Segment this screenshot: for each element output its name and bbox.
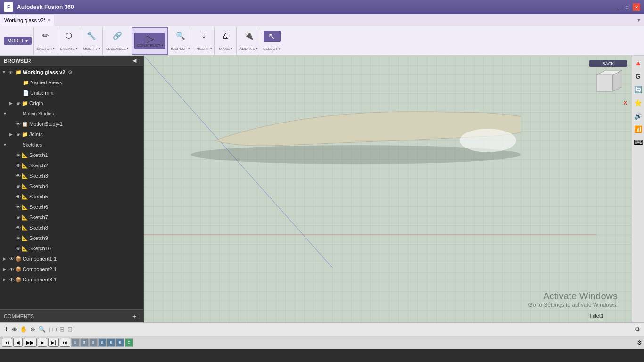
units-label: Units: mm xyxy=(30,90,54,96)
timeline-fast-forward[interactable]: ▶▶ xyxy=(24,338,37,347)
display-mode-icon[interactable]: □ xyxy=(53,326,57,333)
make-button[interactable]: 🖨 xyxy=(217,31,234,41)
eye-motion-study[interactable]: 👁 xyxy=(16,122,21,127)
create-section: ⬡ CREATE ▾ xyxy=(58,27,80,55)
settings-icon-status[interactable]: ⚙ xyxy=(635,326,640,333)
component1-item[interactable]: ▶ 👁 📦 Component1:1 xyxy=(0,254,143,264)
sketch6-item[interactable]: 👁 📐 Sketch6 xyxy=(0,202,143,212)
app-icon: F xyxy=(4,2,13,12)
zoom-icon[interactable]: 🔍 xyxy=(38,326,46,333)
pan-icon[interactable]: ✋ xyxy=(20,326,27,333)
timeline-play[interactable]: ▶ xyxy=(38,338,47,347)
right-panel-icon-6[interactable]: 📶 xyxy=(633,124,643,134)
view-cube[interactable]: BACK X xyxy=(589,60,627,93)
modify-section: 🔧 MODIFY ▾ xyxy=(81,27,103,55)
sep1: | xyxy=(49,327,50,332)
timeline-settings[interactable]: ⚙ xyxy=(637,339,642,346)
toolbar: MODEL ▾ ✏ SKETCH ▾ ⬡ CREATE ▾ � xyxy=(0,26,644,56)
viewport[interactable]: BACK X Activate Windows Go to Settings t… xyxy=(144,56,632,322)
inspect-button[interactable]: 🔍 xyxy=(172,31,189,41)
tab-expand-button[interactable]: ▼ xyxy=(634,16,644,24)
insert-button[interactable]: ⤵ xyxy=(195,31,212,41)
close-tab-icon[interactable]: × xyxy=(48,18,50,23)
browser-header: BROWSER ◀ | xyxy=(0,56,143,66)
maximize-button[interactable]: □ xyxy=(623,3,631,11)
minimize-button[interactable]: – xyxy=(614,3,621,11)
timeline-track: S S S E E E C xyxy=(71,338,636,347)
motion-study-1-item[interactable]: 👁 📋 MotionStudy-1 xyxy=(0,119,143,129)
joints-item[interactable]: ▶ 👁 📁 Joints xyxy=(0,129,143,140)
grid2-icon[interactable]: ⊡ xyxy=(67,326,73,333)
tree-root[interactable]: ▼ 👁 📁 Working glass v2 ⚙ xyxy=(0,67,143,77)
eye-icon[interactable]: 👁 xyxy=(8,70,14,75)
units-item[interactable]: 📄 Units: mm xyxy=(0,88,143,98)
timeline-skip-start[interactable]: ⏮ xyxy=(2,338,12,347)
sketch8-item[interactable]: 👁 📐 Sketch8 xyxy=(0,222,143,233)
construct-button[interactable]: ▷ CONSTRUCT ▾ xyxy=(134,33,165,49)
sketches-header[interactable]: ▼ Sketches xyxy=(0,140,143,150)
modify-label: MODIFY ▾ xyxy=(83,47,100,51)
sketch7-item[interactable]: 👁 📐 Sketch7 xyxy=(0,212,143,222)
move-icon[interactable]: ✛ xyxy=(4,326,9,333)
timeline-step-back[interactable]: ◀ xyxy=(13,338,23,347)
sketch2-item[interactable]: 👁 📐 Sketch2 xyxy=(0,160,143,171)
back-label: BACK xyxy=(589,60,627,67)
units-icon: 📄 xyxy=(23,90,29,96)
sketch1-item[interactable]: 👁 📐 Sketch1 xyxy=(0,150,143,160)
comments-add-icon[interactable]: + xyxy=(132,313,136,320)
right-panel-icon-5[interactable]: 🔊 xyxy=(633,111,643,121)
settings-icon[interactable]: ⚙ xyxy=(68,69,73,75)
motion-study-icon: 📋 xyxy=(22,121,28,127)
orbit-icon[interactable]: ⊕ xyxy=(12,326,17,333)
origin-item[interactable]: ▶ 👁 📁 Origin xyxy=(0,98,143,108)
joints-icon: 📁 xyxy=(22,132,28,138)
sketch5-item[interactable]: 👁 📐 Sketch5 xyxy=(0,191,143,202)
x-axis-label: X xyxy=(624,100,627,106)
svg-point-5 xyxy=(460,129,516,152)
browser-collapse-icon[interactable]: ◀ xyxy=(132,58,136,64)
comments-bar: COMMENTS + | xyxy=(0,309,143,322)
right-panel-icon-1[interactable]: 🔺 xyxy=(633,58,643,68)
close-button[interactable]: ✕ xyxy=(633,3,640,11)
timeline-skip-end[interactable]: ⏭ xyxy=(60,338,70,347)
right-panel-icon-4[interactable]: ⭐ xyxy=(633,98,643,107)
addins-button[interactable]: 🔌 xyxy=(240,31,257,41)
insert-label: INSERT ▾ xyxy=(195,47,212,51)
sketch9-item[interactable]: 👁 📐 Sketch9 xyxy=(0,233,143,243)
eye-joints[interactable]: 👁 xyxy=(16,132,21,137)
component3-item[interactable]: ▶ 👁 📦 Component3:1 xyxy=(0,274,143,285)
eye-origin[interactable]: 👁 xyxy=(16,101,21,106)
motion-studies-header[interactable]: ▼ Motion Studies xyxy=(0,108,143,119)
window-controls: – □ ✕ xyxy=(614,3,640,11)
named-views-item[interactable]: 📁 Named Views xyxy=(0,77,143,88)
sketch3-item[interactable]: 👁 📐 Sketch3 xyxy=(0,171,143,181)
component2-item[interactable]: ▶ 👁 📦 Component2:1 xyxy=(0,264,143,274)
sidebar: BROWSER ◀ | ▼ 👁 📁 Working glass v2 ⚙ 📁 N… xyxy=(0,56,144,322)
grid-icon[interactable]: ⊞ xyxy=(59,326,65,333)
addins-section: 🔌 ADD-INS ▾ xyxy=(238,27,260,55)
origin-label: Origin xyxy=(29,100,43,106)
joints-label: Joints xyxy=(29,132,43,137)
timeline-step-forward[interactable]: ▶| xyxy=(48,338,59,347)
right-panel-icon-2[interactable]: G xyxy=(635,72,642,81)
assemble-label: ASSEMBLE ▾ xyxy=(106,47,129,51)
select-icon: ↖ xyxy=(268,32,275,41)
active-tab[interactable]: Working glass v2* × xyxy=(0,15,54,26)
create-button[interactable]: ⬡ xyxy=(60,31,77,41)
assemble-button[interactable]: 🔗 xyxy=(109,31,126,41)
right-panel-icon-3[interactable]: 🔄 xyxy=(633,85,643,94)
select-button[interactable]: ↖ xyxy=(264,31,281,42)
select-section: ↖ SELECT ▾ xyxy=(261,27,282,55)
sketch-button[interactable]: ✏ xyxy=(37,31,54,41)
addins-icon: 🔌 xyxy=(244,32,254,40)
right-panel-icon-7[interactable]: ⌨ xyxy=(633,138,644,147)
folder-named-views-icon: 📁 xyxy=(23,80,29,86)
sketch10-item[interactable]: 👁 📐 Sketch10 xyxy=(0,243,143,254)
zoom-extent-icon[interactable]: ⊕ xyxy=(30,326,35,333)
title-bar: F Autodesk Fusion 360 – □ ✕ xyxy=(0,0,644,14)
modify-button[interactable]: 🔧 xyxy=(83,31,100,41)
sketch-label: SKETCH ▾ xyxy=(37,47,55,51)
construct-section: ▷ CONSTRUCT ▾ xyxy=(132,27,168,55)
model-button[interactable]: MODEL ▾ xyxy=(4,37,32,45)
sketch4-item[interactable]: 👁 📐 Sketch4 xyxy=(0,181,143,191)
